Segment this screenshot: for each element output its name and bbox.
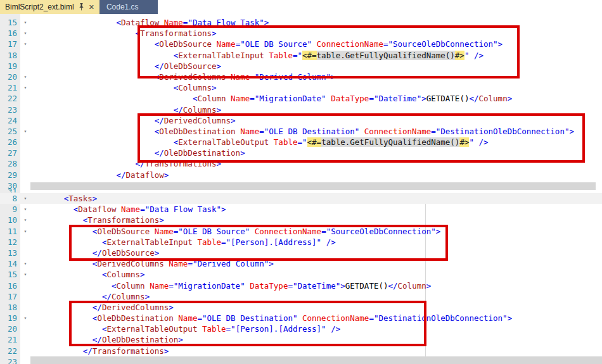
line-number[interactable]: 23	[0, 356, 20, 364]
code-line: 22 </Transformations>	[0, 346, 602, 356]
line-number[interactable]: 18	[0, 302, 20, 313]
line-number[interactable]: 8	[0, 193, 20, 204]
line-number[interactable]: 17	[0, 39, 20, 49]
fold-collapse-icon[interactable]: ▾	[20, 28, 30, 39]
code-line: 21▾ <Columns>	[0, 82, 602, 93]
code-line: 22 <Column Name="MigrationDate" DataType…	[0, 93, 602, 104]
line-number[interactable]: 16	[0, 28, 20, 39]
code-text[interactable]: <Columns>	[30, 82, 217, 93]
fold-collapse-icon[interactable]: ▾	[20, 204, 30, 215]
line-number[interactable]: 28	[0, 158, 20, 169]
code-line: 29 </Dataflow>	[0, 170, 602, 180]
line-number[interactable]: 23	[0, 104, 20, 115]
line-number[interactable]: 15	[0, 17, 20, 28]
line-number[interactable]: 9	[0, 204, 20, 215]
code-text[interactable]: <Column Name="MigrationDate" DataType="D…	[30, 280, 431, 291]
fold-margin	[20, 237, 30, 248]
fold-margin	[20, 137, 30, 147]
line-number[interactable]: 26	[0, 137, 20, 147]
code-text[interactable]: </Transformations>	[30, 346, 169, 356]
annotation-box-source-top	[138, 25, 520, 78]
line-number[interactable]: 14	[0, 258, 20, 269]
fold-collapse-icon[interactable]: ▾	[20, 39, 30, 49]
code-text[interactable]: <Column Name="MigrationDate" DataType="D…	[30, 93, 512, 104]
tab-bar: BimlScript2_ext.biml ✕ Code1.cs	[0, 0, 602, 14]
fold-margin	[20, 323, 30, 334]
pin-icon[interactable]	[79, 3, 84, 11]
line-number[interactable]: 15	[0, 269, 20, 280]
code-text[interactable]: <Transformations>	[30, 215, 164, 225]
line-number[interactable]: 17	[0, 291, 20, 302]
line-number[interactable]: 19	[0, 61, 20, 72]
code-text[interactable]: <Tasks>	[30, 193, 97, 204]
line-number[interactable]: 13	[0, 248, 20, 258]
line-number[interactable]: 12	[0, 237, 20, 248]
fold-collapse-icon[interactable]: ▾	[20, 82, 30, 93]
annotation-box-destination-bottom	[69, 301, 426, 346]
line-number[interactable]: 21	[0, 334, 20, 345]
fold-margin	[20, 115, 30, 126]
annotation-box-destination-top	[138, 113, 585, 163]
fold-collapse-icon[interactable]: ▾	[20, 313, 30, 323]
fold-margin	[20, 61, 30, 72]
fold-margin	[20, 346, 30, 356]
fold-margin	[20, 180, 30, 191]
annotation-box-source-bottom	[69, 225, 448, 261]
fold-collapse-icon[interactable]: ▾	[20, 72, 30, 82]
code-text[interactable]: </Dataflow>	[30, 170, 169, 180]
fold-collapse-icon[interactable]: ▾	[20, 226, 30, 237]
fold-margin	[20, 302, 30, 313]
fold-margin	[20, 170, 30, 180]
line-number[interactable]: 20	[0, 72, 20, 82]
fold-collapse-icon[interactable]: ▾	[20, 193, 30, 204]
line-number[interactable]: 27	[0, 147, 20, 158]
horizontal-scrollbar-bottom[interactable]	[30, 356, 602, 364]
code-line: 9▾ <Dataflow Name="Data Flow Task">	[0, 204, 602, 215]
fold-margin	[20, 248, 30, 258]
tab-label: BimlScript2_ext.biml	[5, 3, 74, 11]
line-number[interactable]: 19	[0, 313, 20, 323]
fold-collapse-icon[interactable]: ▾	[20, 269, 30, 280]
fold-collapse-icon[interactable]: ▾	[20, 126, 30, 137]
line-number[interactable]: 20	[0, 323, 20, 334]
tab-label: Code1.cs	[106, 3, 139, 11]
line-number[interactable]: 18	[0, 50, 20, 61]
close-icon[interactable]: ✕	[89, 0, 94, 14]
line-number[interactable]: 24	[0, 115, 20, 126]
fold-margin	[20, 93, 30, 104]
line-number[interactable]: 11	[0, 226, 20, 237]
fold-margin	[20, 280, 30, 291]
horizontal-scrollbar-top[interactable]	[30, 182, 596, 190]
fold-margin	[20, 158, 30, 169]
code-line: 10▾ <Transformations>	[0, 215, 602, 225]
fold-margin	[20, 147, 30, 158]
fold-collapse-icon[interactable]: ▾	[20, 215, 30, 225]
line-number[interactable]: 22	[0, 93, 20, 104]
tab-bimlscript2-ext-biml[interactable]: BimlScript2_ext.biml ✕	[0, 0, 99, 14]
line-number[interactable]: 21	[0, 82, 20, 93]
fold-collapse-icon[interactable]: ▾	[20, 258, 30, 269]
code-line: 8▾ <Tasks>	[0, 193, 602, 204]
code-text[interactable]: <Columns>	[30, 269, 145, 280]
line-number[interactable]: 29	[0, 170, 20, 180]
line-number[interactable]: 10	[0, 215, 20, 225]
line-number[interactable]: 16	[0, 280, 20, 291]
fold-margin	[20, 104, 30, 115]
line-number[interactable]: 22	[0, 346, 20, 356]
fold-margin	[20, 291, 30, 302]
code-text[interactable]: <Dataflow Name="Data Flow Task">	[30, 204, 226, 215]
fold-margin	[20, 50, 30, 61]
code-line: 16 <Column Name="MigrationDate" DataType…	[0, 280, 602, 291]
code-line: 15▾ <Columns>	[0, 269, 602, 280]
fold-margin	[20, 334, 30, 345]
fold-collapse-icon[interactable]: ▾	[20, 17, 30, 28]
line-number[interactable]: 25	[0, 126, 20, 137]
fold-margin	[20, 356, 30, 364]
clipped-line-number: 31	[0, 187, 20, 192]
tab-code1-cs[interactable]: Code1.cs	[99, 0, 158, 14]
